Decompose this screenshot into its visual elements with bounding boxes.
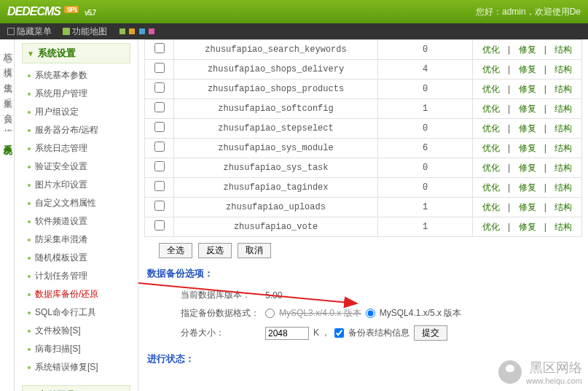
row-checkbox[interactable] [154, 82, 165, 93]
hide-menu-link[interactable]: 隐藏菜单 [7, 26, 52, 38]
invert-select-button[interactable]: 反选 [198, 243, 232, 258]
vtab-2[interactable]: 生成 [0, 70, 14, 85]
bullet-icon [28, 74, 31, 77]
table-count-cell: 1 [378, 217, 473, 237]
table-count-cell: 0 [378, 158, 473, 178]
repair-link[interactable]: 修复 [519, 64, 536, 74]
vtab-4[interactable]: 会员 [0, 101, 14, 116]
chunk-size-input[interactable] [265, 327, 309, 340]
optimize-link[interactable]: 优化 [482, 104, 500, 114]
optimize-link[interactable]: 优化 [482, 143, 500, 153]
sidebar-item[interactable]: 防采集串混淆 [22, 231, 130, 249]
sidebar-item[interactable]: 系统日志管理 [22, 139, 130, 158]
backup-struct-checkbox[interactable] [334, 328, 344, 338]
structure-link[interactable]: 结构 [554, 163, 572, 173]
optimize-link[interactable]: 优化 [482, 163, 500, 173]
table-name-cell: zhusufapiao_search_keywords [174, 40, 378, 60]
table-name-cell: zhusufapiao_shops_delivery [174, 60, 378, 80]
optimize-link[interactable]: 优化 [482, 44, 500, 55]
table-row: zhusufapiao_tagindex0优化 | 修复 | 结构 [145, 178, 582, 198]
color-swatches[interactable] [118, 26, 154, 36]
sidebar-item[interactable]: 图片水印设置 [22, 176, 130, 194]
backup-struct-label: 备份表结构信息 [348, 327, 409, 339]
vtab-1[interactable]: 模块 [0, 55, 14, 70]
repair-link[interactable]: 修复 [519, 222, 536, 232]
sidebar-item[interactable]: 病毒扫描[S] [22, 340, 130, 358]
structure-link[interactable]: 结构 [554, 64, 572, 74]
vtab-3[interactable]: 采集 [0, 85, 14, 101]
format-radio-mysql3[interactable] [265, 309, 275, 318]
submit-button[interactable]: 提交 [414, 325, 447, 341]
structure-link[interactable]: 结构 [554, 84, 572, 94]
optimize-link[interactable]: 优化 [482, 64, 500, 74]
cancel-button[interactable]: 取消 [238, 243, 271, 258]
table-row: zhusufapiao_uploads1优化 | 修复 | 结构 [145, 198, 582, 217]
table-name-cell: zhusufapiao_stepselect [174, 119, 378, 139]
repair-link[interactable]: 修复 [519, 143, 536, 153]
structure-link[interactable]: 结构 [554, 182, 572, 193]
row-checkbox[interactable] [154, 161, 165, 171]
structure-link[interactable]: 结构 [554, 222, 572, 232]
row-checkbox[interactable] [154, 220, 165, 231]
sidebar-item[interactable]: 计划任务管理 [22, 267, 130, 285]
sidebar-group-payment[interactable]: ▼ 支付工具 [22, 385, 130, 391]
bullet-icon [28, 111, 31, 114]
row-checkbox[interactable] [154, 102, 165, 112]
table-ops-cell: 优化 | 修复 | 结构 [473, 60, 582, 80]
sidebar-item[interactable]: 文件校验[S] [22, 322, 130, 340]
table-name-cell: zhusufapiao_shops_products [174, 80, 378, 99]
sidebar-item[interactable]: 系统基本参数 [22, 66, 130, 85]
repair-link[interactable]: 修复 [519, 123, 536, 133]
optimize-link[interactable]: 优化 [482, 202, 500, 212]
bullet-icon [28, 275, 31, 278]
sidebar-item[interactable]: 系统用户管理 [22, 85, 130, 103]
sidebar-item[interactable]: 数据库备份/还原 [22, 285, 130, 303]
table-name-cell: zhusufapiao_sys_module [174, 139, 378, 158]
sidebar-item[interactable]: 自定义文档属性 [22, 194, 130, 212]
sidebar-item[interactable]: 随机模板设置 [22, 249, 130, 267]
sidebar-item[interactable]: 服务器分布/远程 [22, 121, 130, 139]
table-ops-cell: 优化 | 修复 | 结构 [473, 40, 582, 60]
row-checkbox[interactable] [154, 142, 165, 152]
table-ops-cell: 优化 | 修复 | 结构 [473, 99, 582, 119]
structure-link[interactable]: 结构 [554, 123, 572, 133]
repair-link[interactable]: 修复 [519, 84, 536, 94]
vtab-0[interactable]: 核心 [0, 39, 14, 55]
vtab-5[interactable]: 模板 [0, 116, 14, 131]
optimize-link[interactable]: 优化 [482, 123, 500, 133]
optimize-link[interactable]: 优化 [482, 222, 500, 232]
table-count-cell: 0 [378, 40, 473, 60]
optimize-link[interactable]: 优化 [482, 84, 500, 94]
sidebar-item[interactable]: 软件频道设置 [22, 212, 130, 231]
row-checkbox[interactable] [154, 43, 165, 53]
format-radio-mysql4[interactable] [366, 309, 375, 318]
repair-link[interactable]: 修复 [519, 44, 536, 55]
chunk-size-label: 分卷大小： [181, 327, 261, 339]
sidebar-item[interactable]: 系统错误修复[S] [22, 358, 130, 376]
chevron-down-icon: ▼ [27, 50, 34, 58]
row-checkbox[interactable] [154, 63, 165, 73]
structure-link[interactable]: 结构 [554, 143, 572, 153]
structure-link[interactable]: 结构 [554, 44, 572, 55]
current-db-label: 当前数据库版本： [181, 289, 261, 301]
table-row: zhusufapiao_search_keywords0优化 | 修复 | 结构 [145, 40, 582, 60]
site-map-link[interactable]: 功能地图 [63, 26, 107, 38]
repair-link[interactable]: 修复 [519, 104, 536, 114]
row-checkbox[interactable] [154, 122, 165, 132]
logo-version: v5.7 [85, 9, 95, 17]
backup-options-title: 数据备份选项： [147, 267, 582, 280]
sidebar-group-system[interactable]: ▼ 系统设置 [22, 43, 130, 63]
row-checkbox[interactable] [154, 181, 165, 191]
row-checkbox[interactable] [154, 201, 165, 211]
optimize-link[interactable]: 优化 [482, 182, 500, 193]
sidebar-item[interactable]: 验证安全设置 [22, 158, 130, 176]
repair-link[interactable]: 修复 [519, 182, 536, 193]
sidebar-item[interactable]: 用户组设定 [22, 103, 130, 121]
structure-link[interactable]: 结构 [554, 104, 572, 114]
select-all-button[interactable]: 全选 [159, 243, 192, 258]
repair-link[interactable]: 修复 [519, 163, 536, 173]
sidebar-item[interactable]: SQL命令行工具 [22, 303, 130, 322]
structure-link[interactable]: 结构 [554, 202, 572, 212]
repair-link[interactable]: 修复 [519, 202, 536, 212]
vtab-6[interactable]: 系统 [0, 131, 14, 147]
